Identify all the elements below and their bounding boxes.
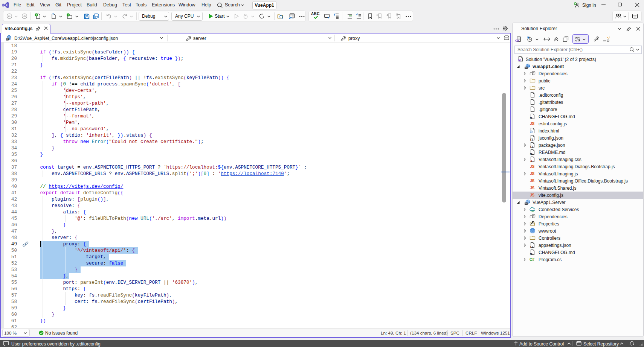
svg-text:JS: JS [530, 186, 535, 190]
svg-text:M↓: M↓ [530, 253, 533, 255]
svg-text:{}: {} [530, 138, 533, 141]
svg-text:M↓: M↓ [530, 117, 533, 119]
svg-text:JS: JS [530, 179, 535, 183]
svg-text:C#: C# [530, 257, 534, 262]
svg-text:{}: {} [530, 145, 533, 148]
svg-text:JS: JS [530, 172, 535, 176]
svg-text:M↓: M↓ [530, 152, 533, 155]
svg-text:A: A [530, 159, 533, 162]
svg-text:JS: JS [530, 122, 535, 126]
svg-text:JS: JS [530, 193, 535, 197]
svg-text:{}: {} [530, 245, 533, 248]
svg-text:JS: JS [530, 164, 535, 169]
